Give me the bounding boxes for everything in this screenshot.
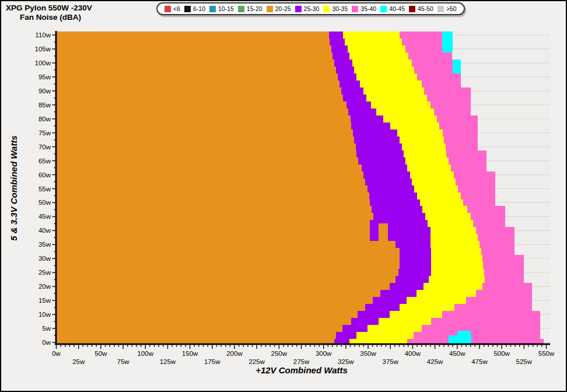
svg-text:0w: 0w — [42, 339, 51, 346]
svg-text:55w: 55w — [38, 186, 51, 192]
svg-text:75w: 75w — [38, 130, 51, 136]
svg-text:85w: 85w — [38, 102, 51, 108]
svg-text:40w: 40w — [38, 227, 51, 234]
svg-text:300w: 300w — [316, 350, 332, 357]
svg-text:95w: 95w — [38, 74, 51, 80]
svg-text:45w: 45w — [38, 213, 51, 220]
svg-text:15w: 15w — [38, 297, 51, 304]
svg-text:525w: 525w — [516, 358, 533, 365]
svg-text:10w: 10w — [38, 311, 51, 318]
svg-text:175w: 175w — [204, 358, 220, 365]
svg-text:25w: 25w — [38, 269, 51, 276]
svg-text:475w: 475w — [471, 358, 488, 365]
svg-text:30w: 30w — [38, 255, 51, 262]
svg-text:425w: 425w — [427, 358, 443, 365]
heatmap-canvas: 0w50w100w150w200w250w300w350w400w450w500… — [1, 1, 567, 392]
svg-text:100w: 100w — [137, 350, 153, 357]
svg-text:150w: 150w — [182, 350, 198, 357]
svg-text:350w: 350w — [360, 350, 376, 357]
svg-text:90w: 90w — [38, 88, 51, 94]
svg-text:125w: 125w — [160, 358, 176, 365]
svg-text:100w: 100w — [35, 60, 51, 66]
chart-page: { "chart_data": { "type": "heatmap", "ti… — [0, 0, 567, 392]
svg-text:25w: 25w — [72, 358, 85, 365]
svg-text:20w: 20w — [38, 283, 51, 290]
svg-text:325w: 325w — [338, 358, 354, 365]
svg-text:225w: 225w — [249, 358, 265, 365]
svg-text:60w: 60w — [38, 172, 51, 178]
svg-text:80w: 80w — [38, 116, 51, 123]
y-ticks — [52, 35, 55, 342]
svg-text:105w: 105w — [35, 46, 51, 52]
svg-text:65w: 65w — [38, 158, 51, 164]
svg-text:550w: 550w — [538, 350, 555, 357]
x-axis-line — [55, 344, 550, 345]
svg-text:70w: 70w — [38, 144, 51, 150]
svg-text:275w: 275w — [293, 358, 310, 365]
svg-text:50w: 50w — [94, 350, 107, 357]
x-axis-title: +12V Combined Watts — [232, 365, 372, 375]
svg-text:375w: 375w — [382, 358, 398, 365]
svg-text:5w: 5w — [42, 325, 51, 332]
x-tick-labels: 0w50w100w150w200w250w300w350w400w450w500… — [52, 350, 555, 365]
y-axis-line — [55, 31, 57, 345]
svg-text:250w: 250w — [271, 350, 288, 357]
svg-text:450w: 450w — [449, 350, 466, 357]
svg-text:400w: 400w — [405, 350, 421, 357]
y-axis-title: 5 & 3.3V Combined Watts — [9, 121, 19, 256]
svg-text:50w: 50w — [38, 199, 51, 206]
x-ticks — [57, 345, 547, 349]
y-tick-labels: 0w5w10w15w20w25w30w35w40w45w50w55w60w65w… — [35, 32, 51, 346]
svg-text:110w: 110w — [35, 32, 51, 38]
svg-text:200w: 200w — [226, 350, 243, 357]
svg-text:75w: 75w — [117, 358, 130, 365]
svg-text:35w: 35w — [38, 241, 51, 248]
svg-text:0w: 0w — [52, 350, 61, 357]
svg-text:500w: 500w — [494, 350, 510, 357]
